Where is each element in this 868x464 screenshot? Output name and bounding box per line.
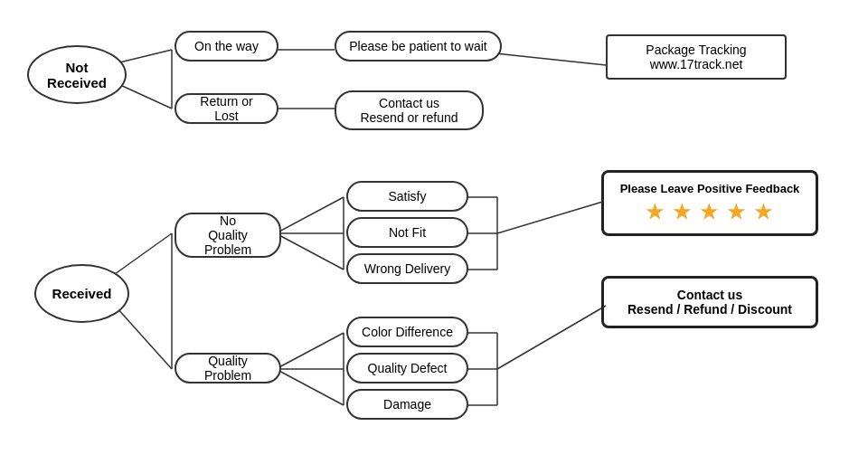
damage-label: Damage <box>383 397 431 412</box>
not-received-node: Not Received <box>27 45 127 104</box>
color-difference-label: Color Difference <box>362 325 453 339</box>
return-or-lost-label: Return or Lost <box>189 94 264 123</box>
on-the-way-node: On the way <box>175 31 278 62</box>
damage-node: Damage <box>346 389 468 420</box>
diagram: Not Received On the way Return or Lost P… <box>0 0 868 464</box>
satisfy-label: Satisfy <box>388 189 426 204</box>
received-node: Received <box>34 264 129 323</box>
quality-defect-node: Quality Defect <box>346 353 468 384</box>
feedback-text: Please Leave Positive Feedback <box>617 182 803 195</box>
quality-problem-node: Quality Problem <box>175 353 281 384</box>
wrong-delivery-node: Wrong Delivery <box>346 253 468 284</box>
not-fit-node: Not Fit <box>346 217 468 248</box>
wrong-delivery-label: Wrong Delivery <box>364 261 450 276</box>
color-difference-node: Color Difference <box>346 317 468 347</box>
svg-line-6 <box>108 233 172 279</box>
svg-line-17 <box>497 201 606 233</box>
quality-problem-label: Quality Problem <box>189 354 267 383</box>
on-the-way-label: On the way <box>194 39 259 53</box>
contact-refund-discount-label: Contact us Resend / Refund / Discount <box>627 288 792 317</box>
svg-line-26 <box>497 306 606 369</box>
contact-resend-refund-discount-box: Contact us Resend / Refund / Discount <box>601 276 818 328</box>
stars-display: ★ ★ ★ ★ ★ <box>617 201 803 224</box>
svg-line-20 <box>276 369 344 405</box>
svg-line-11 <box>276 233 344 270</box>
contact-resend-refund-label: Contact us Resend or refund <box>360 96 458 125</box>
package-tracking-node: Package Tracking www.17track.net <box>606 34 787 80</box>
not-fit-label: Not Fit <box>389 225 426 240</box>
please-wait-node: Please be patient to wait <box>335 31 502 62</box>
svg-line-18 <box>276 333 344 369</box>
contact-resend-refund-node: Contact us Resend or refund <box>335 90 484 130</box>
please-wait-label: Please be patient to wait <box>349 39 487 53</box>
quality-defect-label: Quality Defect <box>368 361 448 375</box>
please-leave-feedback-box: Please Leave Positive Feedback ★ ★ ★ ★ ★ <box>601 170 818 236</box>
received-label: Received <box>52 286 112 301</box>
svg-line-9 <box>276 197 344 233</box>
no-quality-problem-node: No Quality Problem <box>175 213 281 258</box>
not-received-label: Not Received <box>47 60 107 90</box>
package-tracking-label: Package Tracking www.17track.net <box>646 43 746 71</box>
return-or-lost-node: Return or Lost <box>175 93 278 124</box>
no-quality-problem-label: No Quality Problem <box>189 213 267 257</box>
satisfy-node: Satisfy <box>346 181 468 212</box>
